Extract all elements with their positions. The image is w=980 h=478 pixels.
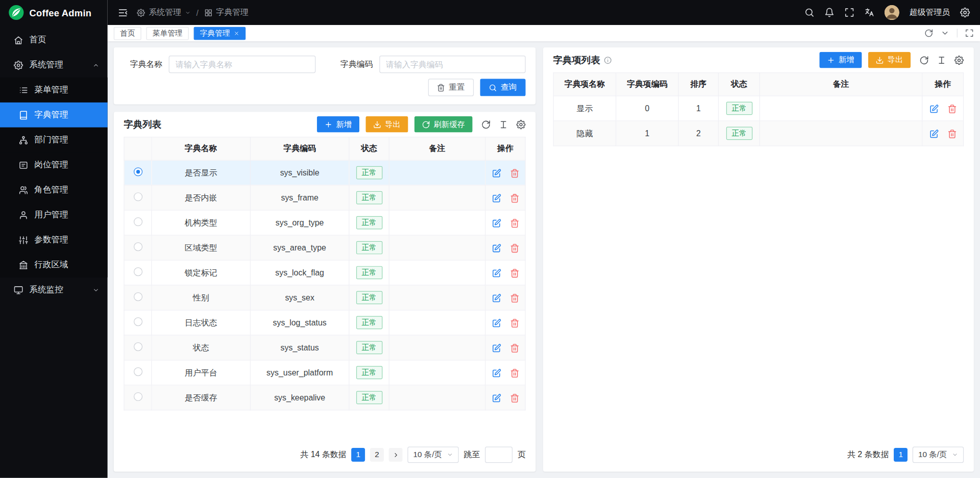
delete-icon[interactable] — [510, 293, 519, 303]
table-row[interactable]: 隐藏 1 2 正常 — [553, 121, 963, 146]
row-radio[interactable] — [133, 192, 142, 201]
delete-icon[interactable] — [510, 193, 519, 203]
refresh-icon[interactable] — [924, 29, 933, 37]
sidebar-item-param-management[interactable]: 参数管理 — [0, 228, 108, 253]
info-icon[interactable] — [604, 56, 612, 64]
gear-icon[interactable] — [516, 119, 525, 129]
delete-icon[interactable] — [510, 218, 519, 228]
page-button-2[interactable]: 2 — [370, 448, 384, 462]
add-dict-button[interactable]: 新增 — [317, 116, 359, 133]
refresh-cache-button[interactable]: 刷新缓存 — [414, 116, 473, 133]
page-size-select[interactable]: 10 条/页 — [913, 447, 964, 463]
delete-icon[interactable] — [510, 168, 519, 178]
edit-icon[interactable] — [492, 193, 501, 203]
table-row[interactable]: 日志状态 sys_log_status 正常 — [124, 310, 525, 335]
table-row[interactable]: 性别 sys_sex 正常 — [124, 285, 525, 310]
delete-icon[interactable] — [510, 393, 519, 402]
settings-gear-icon[interactable] — [960, 8, 970, 18]
row-radio[interactable] — [133, 342, 142, 351]
edit-icon[interactable] — [492, 343, 501, 353]
table-row[interactable]: 显示 0 1 正常 — [553, 96, 963, 121]
user-avatar[interactable] — [885, 5, 899, 20]
delete-icon[interactable] — [510, 243, 519, 253]
edit-icon[interactable] — [492, 168, 501, 178]
dict-code-input[interactable] — [379, 56, 526, 73]
add-item-button[interactable]: 新增 — [819, 52, 862, 68]
page-button-1[interactable]: 1 — [894, 448, 908, 462]
delete-icon[interactable] — [947, 104, 957, 113]
delete-icon[interactable] — [510, 343, 519, 353]
table-row[interactable]: 是否显示 sys_visible 正常 — [124, 160, 525, 185]
table-row[interactable]: 用户平台 sys_user_platform 正常 — [124, 360, 525, 385]
row-radio[interactable] — [133, 267, 142, 276]
chevron-down-icon[interactable] — [941, 29, 949, 37]
reload-icon[interactable] — [481, 119, 491, 129]
export-dict-button[interactable]: 导出 — [365, 116, 408, 133]
row-radio[interactable] — [133, 392, 142, 401]
next-page-button[interactable] — [389, 448, 403, 462]
row-radio[interactable] — [133, 217, 142, 226]
sidebar-item-user-management[interactable]: 用户管理 — [0, 203, 108, 228]
edit-icon[interactable] — [492, 218, 501, 228]
sidebar-group-system-management[interactable]: 系统管理 — [0, 53, 108, 78]
reset-button[interactable]: 重置 — [428, 79, 474, 96]
close-icon[interactable] — [234, 30, 239, 36]
column-setting-icon[interactable] — [937, 55, 946, 64]
username[interactable]: 超级管理员 — [910, 7, 950, 18]
tab-home[interactable]: 首页 — [114, 27, 141, 40]
sidebar-item-menu-management[interactable]: 菜单管理 — [0, 78, 108, 103]
row-radio[interactable] — [133, 242, 142, 251]
sidebar-item-home[interactable]: 首页 — [0, 28, 108, 53]
edit-icon[interactable] — [492, 243, 501, 253]
delete-icon[interactable] — [947, 129, 957, 138]
row-radio[interactable] — [133, 292, 142, 301]
search-icon[interactable] — [804, 8, 815, 18]
jump-page-input[interactable] — [485, 447, 512, 463]
sidebar-item-region-management[interactable]: 行政区域 — [0, 253, 108, 278]
menu-fold-icon[interactable] — [117, 7, 128, 18]
bell-icon[interactable] — [824, 8, 835, 18]
sidebar-item-role-management[interactable]: 角色管理 — [0, 178, 108, 203]
edit-icon[interactable] — [492, 368, 501, 378]
edit-icon[interactable] — [492, 293, 501, 303]
reload-icon[interactable] — [919, 55, 928, 64]
edit-icon[interactable] — [929, 104, 938, 113]
query-button[interactable]: 查询 — [480, 79, 525, 96]
edit-icon[interactable] — [492, 268, 501, 278]
delete-icon[interactable] — [510, 268, 519, 278]
fullscreen-icon[interactable] — [844, 8, 854, 18]
table-row[interactable]: 区域类型 sys_area_type 正常 — [124, 235, 525, 260]
translate-icon[interactable] — [864, 8, 874, 18]
jump-label: 跳至 — [464, 449, 480, 460]
row-radio[interactable] — [133, 367, 142, 376]
delete-icon[interactable] — [510, 368, 519, 378]
sidebar-group-system-monitor[interactable]: 系统监控 — [0, 278, 108, 303]
gear-icon[interactable] — [954, 55, 964, 64]
row-radio[interactable] — [133, 317, 142, 326]
actions-cell — [485, 260, 525, 285]
dict-name-input[interactable] — [169, 56, 315, 73]
table-row[interactable]: 状态 sys_status 正常 — [124, 335, 525, 360]
sidebar-item-dept-management[interactable]: 部门管理 — [0, 128, 108, 153]
edit-icon[interactable] — [492, 393, 501, 402]
breadcrumb-level1[interactable]: 系统管理 — [149, 7, 181, 18]
table-row[interactable]: 机构类型 sys_org_type 正常 — [124, 210, 525, 235]
edit-icon[interactable] — [492, 318, 501, 328]
column-setting-icon[interactable] — [499, 119, 508, 129]
page-button-1[interactable]: 1 — [351, 448, 365, 462]
tab-dict-management[interactable]: 字典管理 — [194, 27, 246, 40]
table-row[interactable]: 锁定标记 sys_lock_flag 正常 — [124, 260, 525, 285]
expand-content-icon[interactable] — [965, 29, 974, 37]
sidebar-item-dict-management[interactable]: 字典管理 — [0, 103, 108, 128]
delete-icon[interactable] — [510, 318, 519, 328]
sidebar-item-post-management[interactable]: 岗位管理 — [0, 153, 108, 178]
tab-menu-management[interactable]: 菜单管理 — [146, 27, 189, 40]
edit-icon[interactable] — [929, 129, 938, 138]
app-logo[interactable]: Coffee Admin — [0, 0, 108, 25]
export-item-button[interactable]: 导出 — [868, 52, 911, 68]
breadcrumb-level2[interactable]: 字典管理 — [216, 7, 249, 18]
row-radio[interactable] — [133, 167, 142, 176]
table-row[interactable]: 是否内嵌 sys_frame 正常 — [124, 185, 525, 210]
page-size-select[interactable]: 10 条/页 — [408, 447, 459, 463]
table-row[interactable]: 是否缓存 sys_keepalive 正常 — [124, 385, 525, 410]
